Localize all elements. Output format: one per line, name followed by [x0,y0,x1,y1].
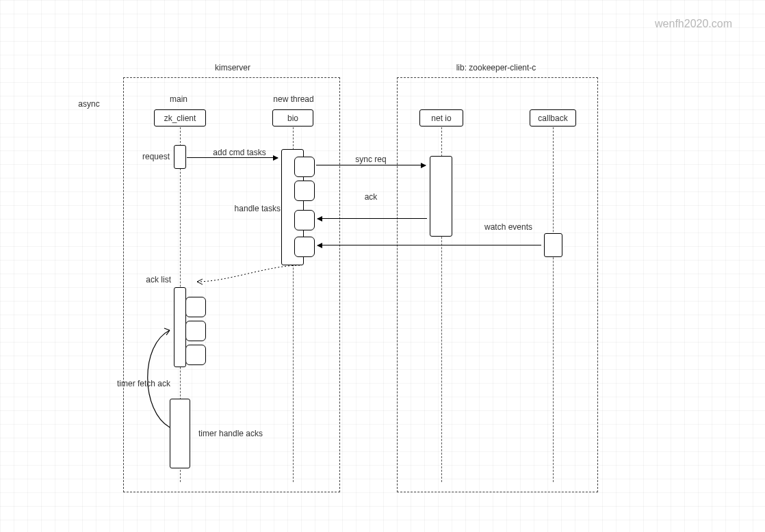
group-zklib [397,77,598,492]
label-handle-tasks: handle tasks [219,204,281,213]
watermark: wenfh2020.com [655,18,732,30]
ack-box-2 [185,321,206,341]
arrow-ack [317,218,427,219]
ack-box-3 [185,345,206,365]
bio-task-2 [294,181,315,201]
activation-callback [544,233,562,257]
lane-netio: net io [419,109,463,127]
label-zklib: lib: zookeeper-client-c [431,63,561,72]
label-async: async [68,99,109,109]
lane-callback: callback [530,109,576,127]
lane-zkclient-label: zk_client [164,114,196,123]
label-timer-fetch: timer fetch ack [109,379,178,388]
label-add-cmd: add cmd tasks [205,148,274,157]
arrow-timer-fetch [135,325,183,431]
arrow-watch [317,245,541,245]
arrow-add-cmd [187,157,278,158]
diagram-stage: wenfh2020.com kimserver lib: zookeeper-c… [0,0,765,532]
lane-bio: bio [272,109,313,127]
lane-bio-label: bio [287,114,298,123]
arrow-sync-req [316,165,426,165]
label-ack: ack [357,192,385,202]
label-main: main [158,94,199,104]
lane-zkclient: zk_client [154,109,206,127]
label-ack-list: ack list [135,275,171,284]
activation-zkclient [174,145,186,169]
label-sync-req: sync req [350,155,391,164]
bio-task-4 [294,237,315,257]
bio-task-3 [294,210,315,230]
lane-callback-label: callback [538,114,567,123]
label-kimserver: kimserver [198,63,267,72]
dotted-path-acklist [180,263,304,287]
label-timer-handle: timer handle acks [198,429,281,438]
lifeline-callback [553,127,554,482]
activation-netio [430,156,452,237]
label-watch: watch events [478,222,539,232]
bio-task-1 [294,157,315,177]
label-new-thread: new thread [266,94,321,104]
label-request: request [132,152,170,161]
lane-netio-label: net io [431,114,451,123]
ack-box-1 [185,297,206,317]
